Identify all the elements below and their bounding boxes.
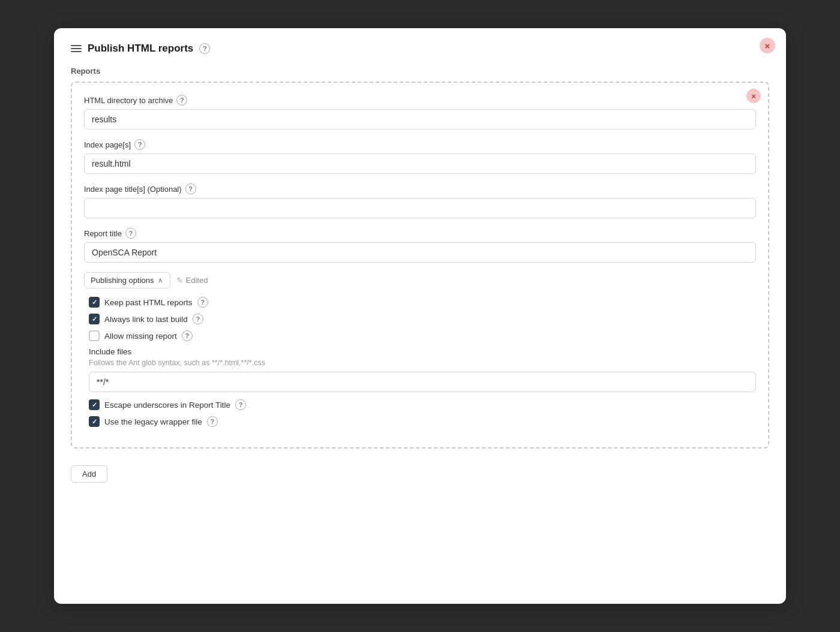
keep-past-help-icon[interactable]: ? bbox=[197, 297, 208, 308]
legacy-wrapper-help-icon[interactable]: ? bbox=[207, 416, 218, 427]
include-files-title: Include files bbox=[89, 347, 756, 356]
reports-section-label: Reports bbox=[71, 67, 769, 76]
edited-label: Edited bbox=[186, 276, 208, 285]
allow-missing-help-icon[interactable]: ? bbox=[182, 330, 193, 341]
publishing-options-toggle[interactable]: Publishing options ∧ bbox=[84, 272, 170, 288]
include-files-hint: Follows the Ant glob syntax, such as **/… bbox=[89, 359, 756, 367]
html-dir-help-icon[interactable]: ? bbox=[176, 95, 187, 106]
html-dir-label: HTML directory to archive ? bbox=[84, 95, 756, 106]
html-dir-input[interactable] bbox=[84, 109, 756, 130]
index-pages-help-icon[interactable]: ? bbox=[134, 139, 145, 150]
checkbox-escape-underscores-label: Escape underscores in Report Title bbox=[104, 401, 230, 410]
hamburger-icon[interactable] bbox=[71, 45, 82, 52]
report-title-help-icon[interactable]: ? bbox=[125, 228, 136, 239]
publishing-options-content: Keep past HTML reports ? Always link to … bbox=[84, 297, 756, 427]
dialog-close-button[interactable]: × bbox=[760, 38, 775, 53]
index-page-titles-help-icon[interactable]: ? bbox=[185, 183, 196, 194]
remove-card-button[interactable]: × bbox=[746, 89, 761, 103]
dialog-title: Publish HTML reports bbox=[88, 43, 193, 55]
add-button[interactable]: Add bbox=[71, 465, 107, 483]
report-title-input[interactable] bbox=[84, 242, 756, 263]
index-page-titles-input[interactable] bbox=[84, 198, 756, 218]
always-link-help-icon[interactable]: ? bbox=[193, 314, 203, 324]
checkbox-row-keep-past: Keep past HTML reports ? bbox=[89, 297, 756, 308]
checkbox-always-link-label: Always link to last build bbox=[104, 315, 188, 324]
checkbox-keep-past[interactable] bbox=[89, 297, 100, 308]
checkbox-row-legacy-wrapper: Use the legacy wrapper file ? bbox=[89, 416, 756, 427]
publishing-options-header: Publishing options ∧ ✎ Edited bbox=[84, 272, 756, 288]
html-dir-field-group: HTML directory to archive ? bbox=[84, 95, 756, 130]
checkbox-row-allow-missing: Allow missing report ? bbox=[89, 330, 756, 341]
index-pages-label: Index page[s] ? bbox=[84, 139, 756, 150]
checkbox-row-always-link: Always link to last build ? bbox=[89, 314, 756, 324]
report-title-field-group: Report title ? bbox=[84, 228, 756, 263]
checkbox-keep-past-label: Keep past HTML reports bbox=[104, 298, 193, 307]
checkbox-legacy-wrapper-label: Use the legacy wrapper file bbox=[104, 417, 202, 426]
report-title-label: Report title ? bbox=[84, 228, 756, 239]
checkbox-allow-missing-label: Allow missing report bbox=[104, 332, 177, 341]
chevron-up-icon: ∧ bbox=[158, 276, 163, 284]
pencil-icon: ✎ bbox=[176, 276, 183, 285]
escape-underscores-help-icon[interactable]: ? bbox=[235, 399, 246, 410]
index-pages-input[interactable] bbox=[84, 154, 756, 174]
dialog-header: Publish HTML reports ? bbox=[71, 43, 769, 55]
checkbox-row-escape-underscores: Escape underscores in Report Title ? bbox=[89, 399, 756, 410]
dialog: Publish HTML reports ? × Reports × HTML … bbox=[54, 28, 786, 604]
include-files-section: Include files Follows the Ant glob synta… bbox=[89, 347, 756, 392]
dialog-help-icon[interactable]: ? bbox=[199, 43, 210, 54]
checkbox-always-link[interactable] bbox=[89, 314, 100, 324]
report-card: × HTML directory to archive ? Index page… bbox=[71, 82, 769, 449]
include-files-input[interactable] bbox=[89, 372, 756, 392]
index-page-titles-label: Index page title[s] (Optional) ? bbox=[84, 183, 756, 194]
index-pages-field-group: Index page[s] ? bbox=[84, 139, 756, 174]
publishing-options-label: Publishing options bbox=[91, 276, 154, 285]
edited-badge: ✎ Edited bbox=[176, 276, 208, 285]
checkbox-allow-missing[interactable] bbox=[89, 330, 100, 341]
checkbox-legacy-wrapper[interactable] bbox=[89, 416, 100, 427]
index-page-titles-field-group: Index page title[s] (Optional) ? bbox=[84, 183, 756, 218]
checkbox-escape-underscores[interactable] bbox=[89, 399, 100, 410]
